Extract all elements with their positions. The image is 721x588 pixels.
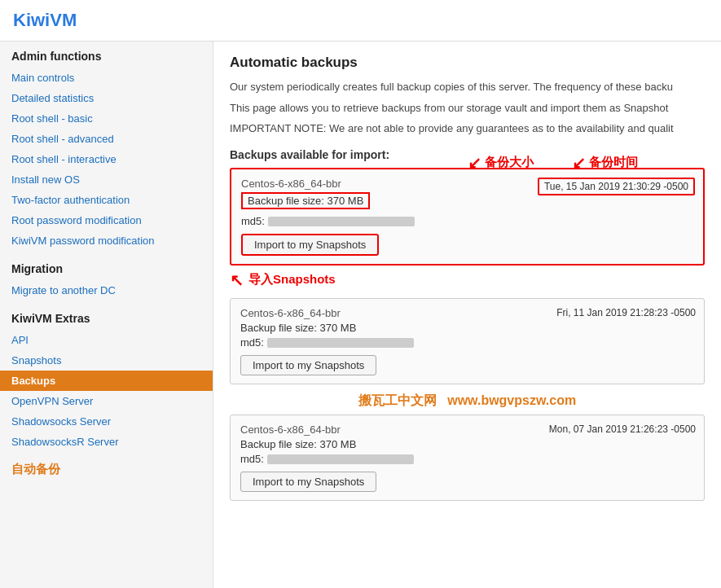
sidebar-item-backups[interactable]: Backups xyxy=(0,371,213,391)
backup-1-size-box: Backup file size: 370 MB xyxy=(241,192,370,209)
header: KiwiVM xyxy=(0,0,721,42)
backup-entry-3: Centos-6-x86_64-bbr Backup file size: 37… xyxy=(230,415,705,501)
sidebar-item-snapshots[interactable]: Snapshots xyxy=(0,350,213,371)
extras-section: KiwiVM Extras API Snapshots Backups Open… xyxy=(0,304,213,452)
red-arrow-date: ↙ xyxy=(572,153,586,173)
sidebar-item-api[interactable]: API xyxy=(0,330,213,350)
annotation-auto-backup: 自动备份 xyxy=(0,455,213,484)
red-arrow-import: ↖ xyxy=(230,270,244,290)
backup-1-date: Tue, 15 Jan 2019 21:30:29 -0500 xyxy=(538,178,695,195)
sidebar-item-openvpn[interactable]: OpenVPN Server xyxy=(0,391,213,411)
backup-3-date: Mon, 07 Jan 2019 21:26:23 -0500 xyxy=(549,423,696,435)
extras-title: KiwiVM Extras xyxy=(0,304,213,330)
backup-3-name: Centos-6-x86_64-bbr xyxy=(240,423,414,436)
sidebar-item-root-shell-interactive[interactable]: Root shell - interactive xyxy=(0,149,213,169)
description-2: This page allows you to retrieve backups… xyxy=(230,100,705,116)
annotation-date-arrow: ↙ 备份时间 xyxy=(572,153,638,173)
logo: KiwiVM xyxy=(13,10,77,30)
main-layout: Admin functions Main controls Detailed s… xyxy=(0,42,721,588)
backup-1-details: Centos-6-x86_64-bbr Backup file size: 37… xyxy=(241,178,415,256)
annotation-website: 搬瓦工中文网 www.bwgvpszw.com xyxy=(230,393,705,410)
import-button-2[interactable]: Import to my Snapshots xyxy=(240,355,376,375)
md5-blur-2 xyxy=(267,338,414,348)
annotation-size-arrow: ↙ 备份大小 xyxy=(468,153,534,173)
description-1: Our system periodically creates full bac… xyxy=(230,79,705,95)
red-arrow-size: ↙ xyxy=(468,153,481,173)
sidebar-item-install-os[interactable]: Install new OS xyxy=(0,169,213,190)
description-3: IMPORTANT NOTE: We are not able to provi… xyxy=(230,121,705,137)
admin-title: Admin functions xyxy=(0,42,213,68)
import-button-1[interactable]: Import to my Snapshots xyxy=(241,234,379,256)
cn-website-label: 搬瓦工中文网 www.bwgvpszw.com xyxy=(358,393,576,407)
backup-3-size: Backup file size: 370 MB xyxy=(240,438,414,450)
backup-3-md5: md5: xyxy=(240,453,414,465)
sidebar-item-main-controls[interactable]: Main controls xyxy=(0,68,213,88)
sidebar-item-root-password[interactable]: Root password modification xyxy=(0,210,213,230)
sidebar-item-two-factor[interactable]: Two-factor authentication xyxy=(0,190,213,210)
migration-section: Migration Migrate to another DC xyxy=(0,254,213,301)
cn-auto-backup-label: 自动备份 xyxy=(11,462,60,476)
backup-3-details: Centos-6-x86_64-bbr Backup file size: 37… xyxy=(240,423,414,492)
md5-blur-3 xyxy=(267,454,414,464)
cn-import-label: 导入Snapshots xyxy=(248,272,336,287)
import-button-3[interactable]: Import to my Snapshots xyxy=(240,472,376,492)
backup-2-name: Centos-6-x86_64-bbr xyxy=(240,307,414,319)
sidebar-item-shadowsocks[interactable]: Shadowsocks Server xyxy=(0,411,213,432)
backup-entry-1: Centos-6-x86_64-bbr Backup file size: 37… xyxy=(230,168,705,265)
backup-2-size: Backup file size: 370 MB xyxy=(240,322,414,334)
cn-backup-size-label: 备份大小 xyxy=(485,155,534,170)
backup-entry-2: Centos-6-x86_64-bbr Backup file size: 37… xyxy=(230,298,705,384)
backup-2-details: Centos-6-x86_64-bbr Backup file size: 37… xyxy=(240,307,414,375)
sidebar-item-detailed-statistics[interactable]: Detailed statistics xyxy=(0,88,213,108)
sidebar: Admin functions Main controls Detailed s… xyxy=(0,42,213,588)
sidebar-item-root-shell-advanced[interactable]: Root shell - advanced xyxy=(0,129,213,149)
annotation-import: ↖ 导入Snapshots xyxy=(230,270,705,290)
md5-blur-1 xyxy=(268,217,415,226)
backup-2-date: Fri, 11 Jan 2019 21:28:23 -0500 xyxy=(556,307,696,318)
backup-1-size: Backup file size: 370 MB xyxy=(241,192,415,213)
backup-2-md5: md5: xyxy=(240,336,414,349)
migration-title: Migration xyxy=(0,254,213,280)
admin-section: Admin functions Main controls Detailed s… xyxy=(0,42,213,251)
sidebar-item-migrate[interactable]: Migrate to another DC xyxy=(0,280,213,301)
page-title: Automatic backups xyxy=(230,55,705,71)
backup-1-md5: md5: xyxy=(241,215,415,227)
sidebar-item-shadowsocksr[interactable]: ShadowsocksR Server xyxy=(0,432,213,452)
sidebar-item-root-shell-basic[interactable]: Root shell - basic xyxy=(0,108,213,129)
sidebar-item-kiwivm-password[interactable]: KiwiVM password modification xyxy=(0,230,213,251)
backup-1-name: Centos-6-x86_64-bbr xyxy=(241,178,415,190)
cn-backup-date-label: 备份时间 xyxy=(589,155,638,170)
content-area: Automatic backups Our system periodicall… xyxy=(213,42,721,588)
